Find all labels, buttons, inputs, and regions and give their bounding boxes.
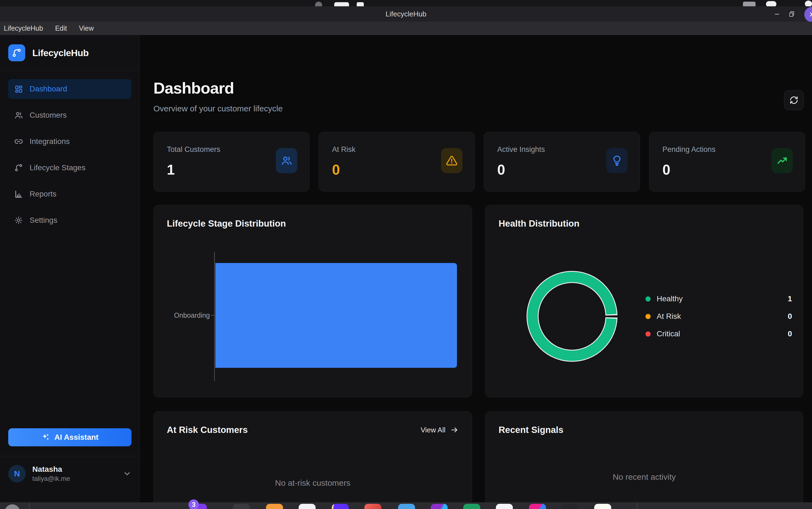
dock-icon[interactable] bbox=[233, 504, 250, 509]
sidebar-item-lifecycle-stages[interactable]: Lifecycle Stages bbox=[8, 158, 131, 178]
ai-assistant-button[interactable]: AI Assistant bbox=[8, 428, 131, 446]
legend-dot-critical bbox=[646, 331, 651, 337]
dock-icon[interactable] bbox=[332, 504, 349, 509]
sidebar-item-reports[interactable]: Reports bbox=[8, 184, 131, 204]
user-menu[interactable]: N Natasha taliya@ik.me bbox=[0, 456, 140, 491]
system-tray-icon bbox=[766, 1, 776, 6]
sparkles-icon bbox=[41, 433, 50, 441]
donut-chart bbox=[527, 271, 618, 362]
system-top-bar bbox=[0, 0, 812, 6]
sidebar-item-integrations[interactable]: Integrations bbox=[8, 132, 131, 151]
bar-chart-plot bbox=[214, 252, 461, 381]
legend-label: Healthy bbox=[657, 295, 788, 303]
users-icon bbox=[14, 111, 23, 120]
card-title: At Risk Customers bbox=[167, 425, 248, 435]
page-subtitle: Overview of your customer lifecycle bbox=[153, 104, 283, 113]
dock-icon[interactable] bbox=[364, 504, 381, 509]
minimize-button[interactable] bbox=[770, 6, 784, 22]
legend-row-critical: Critical 0 bbox=[646, 325, 792, 343]
system-tray-icon bbox=[743, 2, 756, 6]
refresh-button[interactable] bbox=[784, 90, 804, 110]
taskbar-separator bbox=[637, 503, 637, 509]
empty-state-text: No recent activity bbox=[486, 472, 803, 482]
users-icon bbox=[281, 155, 292, 166]
git-branch-icon bbox=[14, 163, 23, 172]
sidebar-item-dashboard[interactable]: Dashboard bbox=[8, 79, 131, 99]
dock-icon[interactable] bbox=[463, 504, 480, 509]
sidebar-nav: Dashboard Customers Integrations bbox=[0, 71, 139, 230]
app-logo bbox=[8, 44, 25, 61]
sidebar-item-label: Reports bbox=[30, 190, 56, 198]
donut-ring bbox=[527, 271, 618, 362]
stat-card-total-customers: Total Customers 1 bbox=[153, 132, 310, 192]
taskbar-separator bbox=[29, 503, 30, 509]
lifecycle-stage-card: Lifecycle Stage Distribution Onboarding bbox=[153, 205, 472, 397]
sidebar-item-label: Settings bbox=[30, 216, 57, 225]
chevron-down-icon bbox=[123, 469, 131, 478]
dock-notification-badge: 3 bbox=[188, 500, 199, 509]
empty-state-text: No at-risk customers bbox=[154, 478, 472, 488]
dock-icon[interactable] bbox=[594, 504, 611, 509]
chart-title: Lifecycle Stage Distribution bbox=[167, 218, 459, 229]
dock-icon[interactable] bbox=[431, 504, 448, 509]
dock-icon[interactable] bbox=[529, 504, 546, 509]
chart-title: Health Distribution bbox=[499, 218, 790, 229]
alert-triangle-icon bbox=[446, 155, 458, 166]
donut-legend: Healthy 1 At Risk 0 Critical 0 bbox=[646, 290, 792, 343]
user-name: Natasha bbox=[32, 465, 116, 474]
taskbar-background bbox=[0, 503, 812, 509]
stat-chip bbox=[606, 148, 628, 173]
sidebar-item-label: Customers bbox=[30, 111, 67, 120]
system-tray-icon bbox=[334, 2, 349, 6]
recent-signals-card: Recent Signals No recent activity bbox=[485, 411, 803, 509]
refresh-icon bbox=[789, 96, 799, 105]
dashboard-grid-icon bbox=[14, 84, 23, 93]
main-content: Dashboard Overview of your customer life… bbox=[140, 35, 812, 502]
maximize-button[interactable] bbox=[785, 6, 799, 22]
sidebar: LifecycleHub Dashboard Customers bbox=[0, 35, 140, 502]
page-title: Dashboard bbox=[153, 79, 234, 97]
app-window: LifecycleHub ✕ LifecycleHub Edit View bbox=[0, 0, 812, 509]
bar-category-label: Onboarding bbox=[154, 311, 210, 319]
system-tray-icon bbox=[357, 2, 364, 6]
dock-icon[interactable] bbox=[266, 504, 283, 509]
minimize-icon bbox=[774, 11, 780, 17]
dock-icon[interactable] bbox=[562, 504, 579, 509]
menu-app[interactable]: LifecycleHub bbox=[4, 22, 49, 35]
dock-icon[interactable] bbox=[398, 504, 415, 509]
launcher-icon[interactable] bbox=[5, 504, 20, 509]
menu-edit[interactable]: Edit bbox=[49, 22, 73, 35]
brand: LifecycleHub bbox=[0, 35, 139, 71]
legend-label: At Risk bbox=[657, 312, 788, 321]
sidebar-item-settings[interactable]: Settings bbox=[8, 210, 131, 230]
stat-card-active-insights: Active Insights 0 bbox=[484, 132, 640, 192]
legend-dot-at-risk bbox=[646, 314, 651, 319]
gear-icon bbox=[14, 216, 23, 225]
card-title: Recent Signals bbox=[499, 425, 564, 435]
legend-value: 0 bbox=[788, 330, 792, 338]
axis-tick bbox=[211, 315, 214, 315]
legend-row-healthy: Healthy 1 bbox=[646, 290, 792, 308]
sidebar-item-label: Integrations bbox=[30, 137, 70, 146]
git-branch-icon bbox=[12, 48, 22, 58]
legend-value: 1 bbox=[788, 295, 792, 303]
taskbar: 3 bbox=[0, 502, 812, 509]
sidebar-item-label: Dashboard bbox=[30, 84, 67, 93]
avatar: N bbox=[8, 465, 26, 482]
view-all-button[interactable]: View All bbox=[420, 426, 459, 434]
menu-view[interactable]: View bbox=[73, 22, 100, 35]
dock-icon[interactable] bbox=[496, 504, 513, 509]
sidebar-item-customers[interactable]: Customers bbox=[8, 105, 131, 125]
at-risk-customers-card: At Risk Customers View All No at-risk cu… bbox=[153, 411, 472, 509]
brand-name: LifecycleHub bbox=[32, 47, 89, 58]
user-email: taliya@ik.me bbox=[32, 475, 116, 482]
lightbulb-icon bbox=[611, 155, 623, 166]
link-icon bbox=[14, 137, 23, 146]
legend-row-at-risk: At Risk 0 bbox=[646, 308, 792, 325]
dock-icon[interactable] bbox=[299, 504, 316, 509]
app-menubar: LifecycleHub Edit View bbox=[0, 22, 812, 35]
system-tray-icon bbox=[315, 2, 322, 6]
legend-label: Critical bbox=[657, 330, 788, 338]
stat-card-pending-actions: Pending Actions 0 bbox=[649, 132, 805, 192]
trending-up-icon bbox=[776, 155, 788, 166]
